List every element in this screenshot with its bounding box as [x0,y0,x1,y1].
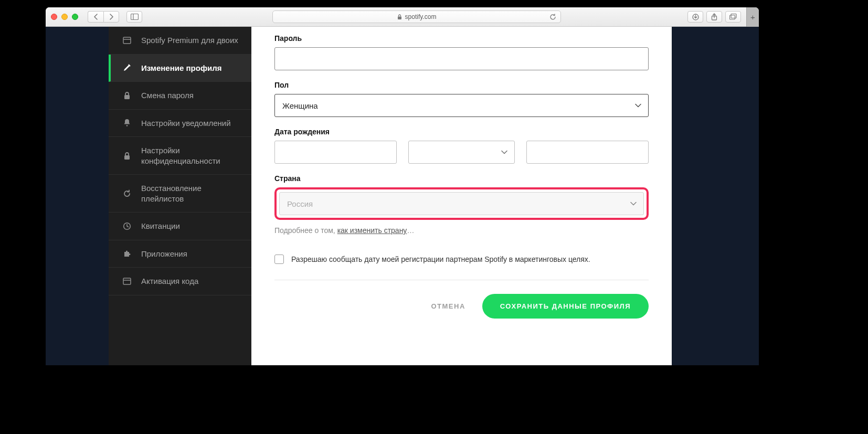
svg-point-10 [126,125,128,126]
window-controls [51,14,78,20]
share-button[interactable] [706,11,722,23]
url-bar[interactable]: spotify.com [272,10,561,23]
dob-month-select[interactable] [408,141,515,164]
svg-rect-5 [730,15,735,19]
dob-label: Дата рождения [274,128,649,136]
sidebar-item-label: Настройки конфиденциальности [141,145,244,166]
sidebar-toggle-button[interactable] [126,11,142,23]
country-hint: Подробнее о том, как изменить страну… [274,226,649,235]
country-highlight: Россия [274,187,649,220]
country-label: Страна [274,174,649,183]
dob-day-input[interactable] [274,141,397,164]
change-country-link[interactable]: как изменить страну [337,226,407,235]
sidebar-item-apps[interactable]: Приложения [109,240,251,268]
password-input[interactable] [274,47,649,70]
password-label: Пароль [274,34,649,43]
clock-icon [122,222,132,230]
sidebar-item-label: Смена пароля [141,90,194,101]
url-text: spotify.com [405,13,437,20]
svg-rect-2 [398,16,401,19]
marketing-consent-checkbox[interactable] [274,255,284,264]
reload-button[interactable] [549,14,556,20]
close-window-button[interactable] [51,14,57,20]
tabs-button[interactable] [725,11,741,23]
sidebar-item-label: Приложения [141,249,187,259]
country-select[interactable]: Россия [279,192,644,215]
sidebar: Spotify Premium для двоих Изменение проф… [109,27,251,365]
browser-window: spotify.com + [46,7,759,365]
sidebar-item-premium-duo[interactable]: Spotify Premium для двоих [109,27,251,55]
card-icon [122,278,132,285]
sidebar-item-label: Настройки уведомлений [141,118,231,129]
svg-rect-7 [123,37,131,44]
cancel-button[interactable]: ОТМЕНА [426,295,470,317]
maximize-window-button[interactable] [72,14,78,20]
pencil-icon [122,63,132,72]
sidebar-item-label: Активация кода [141,276,198,287]
sidebar-item-label: Spotify Premium для двоих [141,35,238,46]
bell-icon [122,119,132,127]
sidebar-item-change-password[interactable]: Смена пароля [109,82,251,110]
sidebar-item-receipts[interactable]: Квитанции [109,213,251,240]
save-button[interactable]: СОХРАНИТЬ ДАННЫЕ ПРОФИЛЯ [482,294,649,319]
page-bg-right [672,27,759,365]
minimize-window-button[interactable] [61,14,68,20]
sidebar-item-label: Изменение профиля [141,63,222,73]
lock-icon [122,91,132,100]
gender-label: Пол [274,81,649,89]
lock-icon [397,14,402,20]
svg-rect-6 [731,14,736,18]
card-icon [122,37,132,44]
back-button[interactable] [88,11,103,23]
sidebar-item-label: Восстановление плейлистов [141,183,244,204]
marketing-consent-label: Разрешаю сообщать дату моей регистрации … [291,255,590,263]
page-bg-left [46,27,109,365]
forward-button[interactable] [103,11,119,23]
refresh-icon [122,189,132,198]
new-tab-button[interactable]: + [746,7,759,27]
svg-rect-0 [131,14,138,20]
puzzle-icon [122,249,132,258]
svg-rect-11 [124,155,130,160]
main-form: Пароль Пол Женщина Дата рождения [251,27,672,365]
svg-rect-13 [123,278,131,284]
gender-select[interactable]: Женщина [274,94,649,117]
sidebar-item-notifications[interactable]: Настройки уведомлений [109,110,251,137]
title-bar: spotify.com [46,7,746,27]
sidebar-item-redeem[interactable]: Активация кода [109,268,251,295]
sidebar-item-edit-profile[interactable]: Изменение профиля [109,55,251,82]
sidebar-item-label: Квитанции [141,221,180,231]
sidebar-item-privacy[interactable]: Настройки конфиденциальности [109,137,251,175]
svg-rect-9 [124,95,130,99]
dob-year-input[interactable] [526,141,649,164]
sidebar-item-recover-playlists[interactable]: Восстановление плейлистов [109,175,251,213]
lock-icon [122,152,132,160]
downloads-button[interactable] [687,11,703,23]
